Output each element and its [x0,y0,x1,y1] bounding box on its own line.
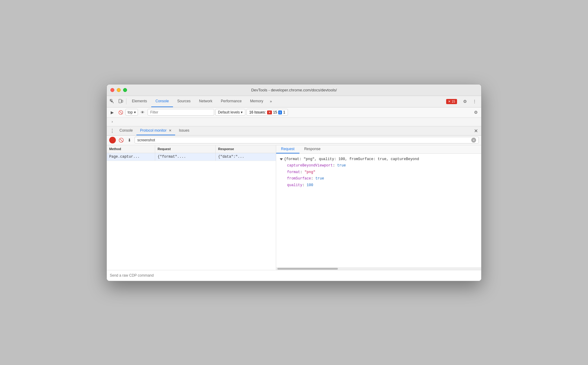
json-value-1: "png" [305,170,315,174]
console-settings-button[interactable]: ⚙ [472,109,479,116]
drawer-close-button[interactable]: ✕ [472,127,479,134]
drawer-tabs-bar: ⋮ Console Protocol monitor ✕ Issues ✕ [107,127,481,136]
error-x-icon: ✕ [448,100,451,104]
maximize-button[interactable] [123,88,127,92]
table-header: Method Request Response [107,145,276,153]
json-property-1: format: "png" [287,169,478,176]
col-header-request: Request [155,145,216,153]
show-live-expressions-button[interactable]: 👁 [139,109,146,116]
json-value-2: true [315,176,324,181]
json-key-2: fromSurface [287,176,311,181]
tab-network[interactable]: Network [195,96,217,107]
svg-rect-2 [122,100,123,102]
devtools-panel: Elements Console Sources Network Perform… [107,96,481,281]
record-button[interactable] [109,137,116,143]
cell-request: {"format".... [155,153,216,161]
cdp-command-input[interactable] [110,273,478,278]
issues-info-count: 1 [283,110,285,114]
context-label: top [128,110,133,114]
expand-json-icon[interactable] [280,158,283,160]
drawer-tab-issues-label: Issues [179,128,189,133]
sidebar-line: › [107,118,481,126]
run-snippet-button[interactable]: ▶ [109,109,116,116]
clear-protocol-button[interactable]: 🚫 [118,137,124,143]
device-toolbar-button[interactable] [116,97,125,106]
tab-memory[interactable]: Memory [246,96,267,107]
devtools-window: DevTools - developer.chrome.com/docs/dev… [106,84,482,281]
download-button[interactable]: ⬇ [126,137,133,143]
json-property-3: quality: 100 [287,182,478,189]
json-key-1: format [287,170,300,174]
detail-tab-request[interactable]: Request [276,145,299,153]
drawer-tab-protocol-monitor-label: Protocol monitor [140,128,166,133]
protocol-body: Method Request Response Page.captur... {… [107,145,481,270]
settings-button[interactable]: ⚙ [461,97,469,106]
protocol-search-clear-button[interactable]: ✕ [471,138,476,143]
json-value-0: true [337,163,346,168]
protocol-search-value: screenshot [137,138,155,142]
svg-rect-1 [119,99,121,103]
drawer-tab-console-label: Console [119,128,133,133]
protocol-monitor-content: 🚫 ⬇ screenshot ✕ Method Request Respon [107,136,481,281]
drawer-menu-button[interactable]: ⋮ [109,127,116,134]
dropdown-arrow-icon: ▾ [134,110,136,114]
issues-info-icon: ℹ [278,110,282,114]
drawer-tab-issues[interactable]: Issues [175,127,193,135]
json-property-2: fromSurface: true [287,176,478,182]
clear-console-button[interactable]: 🚫 [117,109,124,116]
json-property-0: captureBeyondViewport: true [287,163,478,169]
nav-tabs: Elements Console Sources Network Perform… [128,96,274,107]
context-dropdown[interactable]: top ▾ [126,109,138,116]
detail-tab-response[interactable]: Response [299,145,325,153]
issues-badge: 16 Issues: ✕ 15 ℹ 1 [247,109,288,116]
traffic-lights [110,88,127,92]
tab-performance[interactable]: Performance [217,96,246,107]
expand-sidebar-button[interactable]: › [109,118,115,125]
cell-method: Page.captur... [107,153,155,161]
json-key-3: quality [287,183,302,187]
cell-response: {"data":"... [216,153,276,161]
log-level-label: Default levels ▾ [218,110,243,114]
tab-elements[interactable]: Elements [128,96,151,107]
window-title: DevTools - developer.chrome.com/docs/dev… [251,88,337,92]
top-toolbar: Elements Console Sources Network Perform… [107,96,481,107]
detail-tabs: Request Response [276,145,481,154]
horizontal-scrollbar[interactable] [276,268,481,270]
drawer-tab-console[interactable]: Console [116,127,136,135]
detail-panel: Request Response {format: "png", quality… [276,145,481,270]
close-button[interactable] [110,88,114,92]
toolbar-separator [126,98,126,104]
inspect-element-button[interactable] [108,97,116,106]
protocol-table: Method Request Response Page.captur... {… [107,145,276,270]
minimize-button[interactable] [117,88,121,92]
json-header-line: {format: "png", quality: 100, fromSurfac… [280,156,478,163]
scrollbar-thumb[interactable] [277,268,338,270]
json-value-3: 100 [307,183,313,187]
tab-console[interactable]: Console [151,96,173,107]
protocol-search-box[interactable]: screenshot ✕ [135,137,479,143]
json-key-0: captureBeyondViewport [287,163,333,168]
detail-content: {format: "png", quality: 100, fromSurfac… [276,154,481,268]
more-tabs-button[interactable]: » [267,96,274,107]
drawer-tab-protocol-monitor[interactable]: Protocol monitor ✕ [136,127,175,135]
col-header-method: Method [107,145,155,153]
issues-error-count: 15 [273,110,277,114]
error-count-badge: ✕ 15 [446,99,457,104]
table-row[interactable]: Page.captur... {"format".... {"data":"..… [107,153,276,161]
console-toolbar: ▶ 🚫 top ▾ 👁 Default levels ▾ 16 Issues: … [107,107,481,118]
drawer-section: ⋮ Console Protocol monitor ✕ Issues ✕ [107,126,481,281]
issues-error-icon: ✕ [267,110,272,114]
tab-sources[interactable]: Sources [173,96,195,107]
error-count: 15 [452,100,455,103]
log-level-dropdown[interactable]: Default levels ▾ [215,109,245,116]
protocol-toolbar: 🚫 ⬇ screenshot ✕ [107,136,481,145]
drawer-tab-close-icon[interactable]: ✕ [169,129,172,133]
json-header-text: {format: "png", quality: 100, fromSurfac… [284,156,419,163]
issues-label: 16 Issues: [249,110,266,114]
title-bar: DevTools - developer.chrome.com/docs/dev… [107,84,481,96]
bottom-input-bar [107,270,481,281]
filter-input[interactable] [148,109,214,116]
col-header-response: Response [216,145,276,153]
more-options-button[interactable]: ⋮ [470,97,479,106]
